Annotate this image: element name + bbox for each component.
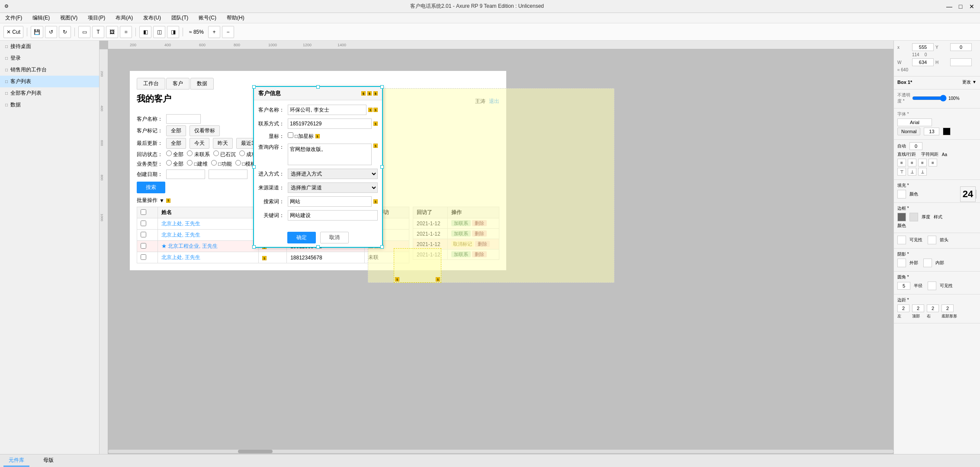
rp-margin-left-input[interactable] bbox=[897, 304, 909, 312]
menu-layout[interactable]: 布局(A) bbox=[114, 13, 135, 22]
sidebar-item-customers[interactable]: □ 客户列表 bbox=[0, 76, 99, 87]
title-bar-controls[interactable]: — □ ✕ bbox=[945, 3, 976, 10]
rp-align-right[interactable]: ≡ bbox=[918, 159, 927, 166]
modal-select-entry[interactable]: 选择进入方式 bbox=[288, 169, 378, 179]
horizontal-scrollbar[interactable] bbox=[108, 450, 893, 453]
rp-font-color-swatch[interactable] bbox=[943, 128, 951, 135]
rp-auto-input[interactable] bbox=[909, 142, 922, 150]
update-all-btn[interactable]: 全部 bbox=[166, 138, 186, 149]
rp-shadow-inner-box[interactable] bbox=[923, 259, 932, 267]
redo-button[interactable]: ↻ bbox=[59, 26, 71, 38]
rp-align-center[interactable]: ≡ bbox=[908, 159, 916, 166]
tb-connect[interactable]: ⌗ bbox=[120, 26, 132, 38]
rp-opacity-slider[interactable] bbox=[912, 95, 947, 102]
menu-file[interactable]: 文件(F) bbox=[3, 13, 24, 22]
modal-input-keyword[interactable] bbox=[288, 210, 378, 221]
rp-x-input[interactable] bbox=[912, 43, 934, 51]
visit-all-radio[interactable]: 全部 bbox=[166, 150, 183, 158]
modal-confirm-button[interactable]: 确定 bbox=[287, 232, 316, 243]
rp-align-justify[interactable]: ≡ bbox=[929, 159, 937, 166]
tb-rect[interactable]: ▭ bbox=[78, 26, 90, 38]
customer-name-2[interactable]: 北京上处, 王先生 bbox=[161, 232, 201, 238]
tb-align-right[interactable]: ◨ bbox=[167, 26, 179, 38]
zoom-in-button[interactable]: + bbox=[208, 26, 220, 38]
handle-tl[interactable] bbox=[252, 85, 256, 89]
sidebar-item-all-customers[interactable]: □ 全部客户列表 bbox=[0, 87, 99, 99]
biz-maintain-radio[interactable]: □建维 bbox=[187, 160, 208, 168]
tab-workbench[interactable]: 工作台 bbox=[137, 78, 165, 90]
menu-project[interactable]: 项目(P) bbox=[86, 13, 107, 22]
visit-silent-radio[interactable]: 已石沉 bbox=[213, 150, 236, 158]
customer-name-4[interactable]: 北京上处, 王先生 bbox=[161, 254, 201, 260]
select-all-checkbox[interactable] bbox=[141, 209, 146, 215]
tb-align-left[interactable]: ◧ bbox=[139, 26, 151, 38]
rp-corner-vis-box[interactable] bbox=[928, 281, 936, 290]
rp-fill-color-swatch[interactable] bbox=[897, 190, 906, 198]
handle-tr[interactable] bbox=[380, 85, 384, 89]
maximize-button[interactable]: □ bbox=[957, 3, 964, 10]
zoom-out-button[interactable]: − bbox=[222, 26, 234, 38]
rp-font-style[interactable]: Normal bbox=[897, 128, 920, 135]
modal-input-search-term[interactable] bbox=[288, 196, 372, 207]
menu-team[interactable]: 团队(T) bbox=[170, 13, 190, 22]
rp-font-family-input[interactable] bbox=[897, 118, 932, 126]
menu-publish[interactable]: 发布(U) bbox=[141, 13, 163, 22]
update-today-btn[interactable]: 今天 bbox=[190, 138, 209, 149]
customer-name-3[interactable]: ★ 北京工程企业, 王先生 bbox=[161, 243, 218, 249]
star-checkbox-input[interactable] bbox=[288, 132, 293, 138]
tb-image[interactable]: 🖼 bbox=[106, 26, 118, 38]
batch-dropdown-icon[interactable]: ▼ bbox=[159, 198, 164, 204]
sidebar-item-login[interactable]: □ 登录 bbox=[0, 52, 99, 64]
rp-vis-box[interactable] bbox=[897, 236, 906, 244]
menu-help[interactable]: 帮助(H) bbox=[225, 13, 246, 22]
row-checkbox-2[interactable] bbox=[141, 232, 146, 237]
canvas-area[interactable]: 200 400 600 800 1000 1200 1400 200 400 6… bbox=[100, 41, 893, 454]
create-date-start[interactable] bbox=[166, 170, 205, 179]
handle-br[interactable] bbox=[380, 245, 384, 249]
customer-name-input[interactable] bbox=[166, 114, 201, 124]
tag-all-btn[interactable]: 全部 bbox=[166, 125, 186, 136]
tab-master-page[interactable]: 母版 bbox=[38, 455, 59, 467]
handle-bl[interactable] bbox=[252, 245, 256, 249]
row-checkbox-1[interactable] bbox=[141, 221, 146, 226]
rp-align-bottom[interactable]: ⊥ bbox=[918, 168, 927, 176]
rp-align-top[interactable]: ⊤ bbox=[897, 168, 906, 176]
rp-margin-top-input[interactable] bbox=[912, 304, 924, 312]
undo-button[interactable]: ↺ bbox=[45, 26, 57, 38]
visit-not-contacted-radio[interactable]: 未联系 bbox=[187, 150, 209, 158]
rp-margin-bottom-input[interactable] bbox=[941, 304, 954, 312]
menu-view[interactable]: 视图(V) bbox=[58, 13, 79, 22]
modal-textarea-query[interactable]: 官网想做改版。 bbox=[288, 144, 372, 165]
tag-marked-btn[interactable]: 仅看带标 bbox=[190, 125, 220, 136]
tab-component-library[interactable]: 元件库 bbox=[3, 455, 29, 467]
close-button[interactable]: ✕ bbox=[968, 3, 976, 10]
modal-input-name[interactable] bbox=[288, 105, 366, 115]
cut-button[interactable]: ✕ Cut bbox=[3, 26, 23, 38]
handle-mr[interactable] bbox=[380, 165, 384, 169]
rp-font-size-input[interactable] bbox=[924, 128, 939, 135]
handle-bc[interactable] bbox=[316, 245, 320, 249]
rp-border-thickness-swatch[interactable] bbox=[909, 213, 918, 221]
rp-corner-radius-input[interactable] bbox=[897, 282, 910, 290]
biz-function-radio[interactable]: □功能 bbox=[211, 160, 232, 168]
minimize-button[interactable]: — bbox=[945, 3, 953, 10]
save-button[interactable]: 💾 bbox=[31, 26, 43, 38]
rp-align-middle[interactable]: ⊥ bbox=[908, 168, 916, 176]
rp-border-color-swatch[interactable] bbox=[897, 213, 906, 221]
modal-star-checkbox[interactable]: □加星标 bbox=[288, 132, 314, 140]
create-date-end[interactable] bbox=[209, 170, 247, 179]
handle-tc[interactable] bbox=[316, 85, 320, 89]
scrollbar-thumb[interactable] bbox=[238, 450, 273, 453]
handle-ml[interactable] bbox=[252, 165, 256, 169]
modal-cancel-button[interactable]: 取消 bbox=[320, 232, 349, 243]
tb-align-center[interactable]: ◫ bbox=[153, 26, 165, 38]
rp-y-input[interactable] bbox=[950, 43, 972, 51]
rp-h-input[interactable] bbox=[950, 58, 972, 66]
rp-w-input[interactable] bbox=[912, 58, 934, 66]
row-checkbox-3[interactable] bbox=[141, 243, 146, 249]
rp-shadow-outer-box[interactable] bbox=[897, 259, 906, 267]
customer-name-1[interactable]: 北京上处, 王先生 bbox=[161, 221, 201, 227]
sidebar-item-sales[interactable]: □ 销售用的工作台 bbox=[0, 64, 99, 76]
tab-data[interactable]: 数据 bbox=[190, 78, 214, 90]
rp-more-btn[interactable]: 更改 ▼ bbox=[962, 79, 977, 85]
